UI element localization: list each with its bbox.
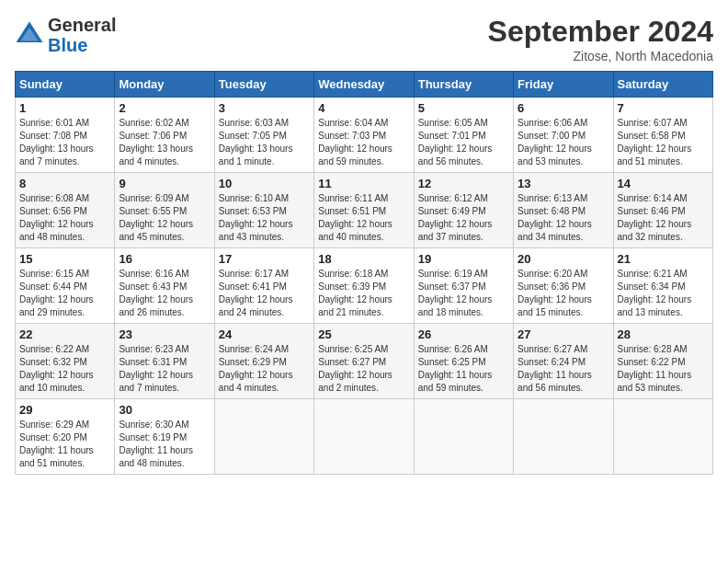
day-number: 9 — [119, 177, 210, 190]
day-info: Sunrise: 6:07 AMSunset: 6:58 PMDaylight:… — [618, 117, 709, 168]
day-number: 3 — [219, 101, 310, 115]
calendar-cell: 21 Sunrise: 6:21 AMSunset: 6:34 PMDaylig… — [613, 248, 712, 324]
header-col-tuesday: Tuesday — [214, 72, 313, 98]
header-col-saturday: Saturday — [613, 72, 712, 98]
header-col-thursday: Thursday — [414, 72, 513, 98]
day-number: 22 — [19, 327, 110, 341]
day-number: 29 — [19, 403, 110, 417]
day-info: Sunrise: 6:08 AMSunset: 6:56 PMDaylight:… — [19, 192, 110, 244]
calendar-cell: 6 Sunrise: 6:06 AMSunset: 7:00 PMDayligh… — [514, 98, 613, 173]
logo-general: General — [48, 15, 116, 35]
day-info: Sunrise: 6:20 AMSunset: 6:36 PMDaylight:… — [518, 268, 609, 319]
day-info: Sunrise: 6:11 AMSunset: 6:51 PMDaylight:… — [318, 192, 409, 244]
day-info: Sunrise: 6:19 AMSunset: 6:37 PMDaylight:… — [418, 268, 509, 319]
calendar-cell — [414, 399, 513, 475]
calendar-cell: 18 Sunrise: 6:18 AMSunset: 6:39 PMDaylig… — [314, 248, 414, 324]
calendar-cell: 28 Sunrise: 6:28 AMSunset: 6:22 PMDaylig… — [613, 324, 712, 399]
calendar-cell — [613, 399, 712, 475]
calendar-week-1: 1 Sunrise: 6:01 AMSunset: 7:08 PMDayligh… — [16, 98, 713, 173]
day-number: 23 — [119, 327, 210, 341]
day-number: 8 — [19, 177, 110, 190]
day-info: Sunrise: 6:09 AMSunset: 6:55 PMDaylight:… — [119, 192, 210, 244]
day-info: Sunrise: 6:26 AMSunset: 6:25 PMDaylight:… — [418, 343, 509, 395]
calendar-cell: 14 Sunrise: 6:14 AMSunset: 6:46 PMDaylig… — [613, 173, 712, 248]
day-info: Sunrise: 6:17 AMSunset: 6:41 PMDaylight:… — [219, 268, 310, 319]
calendar-cell: 7 Sunrise: 6:07 AMSunset: 6:58 PMDayligh… — [613, 98, 712, 173]
day-number: 6 — [518, 101, 609, 115]
calendar-cell: 19 Sunrise: 6:19 AMSunset: 6:37 PMDaylig… — [414, 248, 513, 324]
calendar-cell: 5 Sunrise: 6:05 AMSunset: 7:01 PMDayligh… — [414, 98, 513, 173]
calendar-cell: 16 Sunrise: 6:16 AMSunset: 6:43 PMDaylig… — [115, 248, 214, 324]
day-info: Sunrise: 6:23 AMSunset: 6:31 PMDaylight:… — [119, 343, 210, 395]
calendar-cell — [214, 399, 313, 475]
day-info: Sunrise: 6:22 AMSunset: 6:32 PMDaylight:… — [19, 343, 110, 395]
day-number: 25 — [318, 327, 409, 341]
calendar-cell: 4 Sunrise: 6:04 AMSunset: 7:03 PMDayligh… — [314, 98, 414, 173]
header-col-friday: Friday — [514, 72, 613, 98]
day-number: 21 — [618, 252, 709, 266]
day-info: Sunrise: 6:16 AMSunset: 6:43 PMDaylight:… — [119, 268, 210, 319]
logo-icon — [15, 20, 44, 50]
calendar-cell: 8 Sunrise: 6:08 AMSunset: 6:56 PMDayligh… — [16, 173, 115, 248]
calendar-week-5: 29 Sunrise: 6:29 AMSunset: 6:20 PMDaylig… — [16, 399, 713, 475]
day-number: 2 — [119, 101, 210, 115]
calendar-cell: 2 Sunrise: 6:02 AMSunset: 7:06 PMDayligh… — [115, 98, 214, 173]
calendar-week-2: 8 Sunrise: 6:08 AMSunset: 6:56 PMDayligh… — [16, 173, 713, 248]
day-number: 18 — [318, 252, 409, 266]
calendar-cell: 22 Sunrise: 6:22 AMSunset: 6:32 PMDaylig… — [16, 324, 115, 399]
calendar-table: SundayMondayTuesdayWednesdayThursdayFrid… — [15, 71, 713, 475]
day-number: 26 — [418, 327, 509, 341]
calendar-cell: 29 Sunrise: 6:29 AMSunset: 6:20 PMDaylig… — [16, 399, 115, 475]
day-number: 13 — [518, 177, 609, 190]
day-info: Sunrise: 6:25 AMSunset: 6:27 PMDaylight:… — [318, 343, 409, 395]
day-number: 4 — [318, 101, 409, 115]
calendar-cell: 17 Sunrise: 6:17 AMSunset: 6:41 PMDaylig… — [214, 248, 313, 324]
day-number: 12 — [418, 177, 509, 190]
day-number: 24 — [219, 327, 310, 341]
header: General Blue September 2024 Zitose, Nort… — [15, 15, 713, 63]
day-number: 5 — [418, 101, 509, 115]
calendar-cell: 9 Sunrise: 6:09 AMSunset: 6:55 PMDayligh… — [115, 173, 214, 248]
day-number: 19 — [418, 252, 509, 266]
day-number: 7 — [618, 101, 709, 115]
calendar-cell: 24 Sunrise: 6:24 AMSunset: 6:29 PMDaylig… — [214, 324, 313, 399]
header-col-wednesday: Wednesday — [314, 72, 414, 98]
day-info: Sunrise: 6:12 AMSunset: 6:49 PMDaylight:… — [418, 192, 509, 244]
header-col-monday: Monday — [115, 72, 214, 98]
calendar-cell: 3 Sunrise: 6:03 AMSunset: 7:05 PMDayligh… — [214, 98, 313, 173]
day-info: Sunrise: 6:06 AMSunset: 7:00 PMDaylight:… — [518, 117, 609, 168]
day-number: 11 — [318, 177, 409, 190]
day-number: 28 — [618, 327, 709, 341]
month-title: September 2024 — [488, 15, 713, 49]
logo: General Blue — [15, 15, 116, 55]
calendar-cell: 13 Sunrise: 6:13 AMSunset: 6:48 PMDaylig… — [514, 173, 613, 248]
title-area: September 2024 Zitose, North Macedonia — [488, 15, 713, 63]
day-info: Sunrise: 6:27 AMSunset: 6:24 PMDaylight:… — [518, 343, 609, 395]
day-number: 30 — [119, 403, 210, 417]
day-info: Sunrise: 6:01 AMSunset: 7:08 PMDaylight:… — [19, 117, 110, 168]
day-info: Sunrise: 6:21 AMSunset: 6:34 PMDaylight:… — [618, 268, 709, 319]
day-info: Sunrise: 6:18 AMSunset: 6:39 PMDaylight:… — [318, 268, 409, 319]
day-info: Sunrise: 6:24 AMSunset: 6:29 PMDaylight:… — [219, 343, 310, 395]
day-number: 1 — [19, 101, 110, 115]
day-info: Sunrise: 6:28 AMSunset: 6:22 PMDaylight:… — [618, 343, 709, 395]
calendar-week-4: 22 Sunrise: 6:22 AMSunset: 6:32 PMDaylig… — [16, 324, 713, 399]
calendar-cell: 10 Sunrise: 6:10 AMSunset: 6:53 PMDaylig… — [214, 173, 313, 248]
calendar-cell: 15 Sunrise: 6:15 AMSunset: 6:44 PMDaylig… — [16, 248, 115, 324]
day-number: 14 — [618, 177, 709, 190]
calendar-cell — [314, 399, 414, 475]
calendar-cell: 23 Sunrise: 6:23 AMSunset: 6:31 PMDaylig… — [115, 324, 214, 399]
calendar-week-3: 15 Sunrise: 6:15 AMSunset: 6:44 PMDaylig… — [16, 248, 713, 324]
day-info: Sunrise: 6:30 AMSunset: 6:19 PMDaylight:… — [119, 419, 210, 470]
calendar-cell: 12 Sunrise: 6:12 AMSunset: 6:49 PMDaylig… — [414, 173, 513, 248]
calendar-header-row: SundayMondayTuesdayWednesdayThursdayFrid… — [16, 72, 713, 98]
calendar-cell: 25 Sunrise: 6:25 AMSunset: 6:27 PMDaylig… — [314, 324, 414, 399]
calendar-cell: 1 Sunrise: 6:01 AMSunset: 7:08 PMDayligh… — [16, 98, 115, 173]
day-info: Sunrise: 6:14 AMSunset: 6:46 PMDaylight:… — [618, 192, 709, 244]
day-info: Sunrise: 6:04 AMSunset: 7:03 PMDaylight:… — [318, 117, 409, 168]
location-subtitle: Zitose, North Macedonia — [488, 49, 713, 63]
day-info: Sunrise: 6:05 AMSunset: 7:01 PMDaylight:… — [418, 117, 509, 168]
day-info: Sunrise: 6:13 AMSunset: 6:48 PMDaylight:… — [518, 192, 609, 244]
day-number: 20 — [518, 252, 609, 266]
calendar-cell: 11 Sunrise: 6:11 AMSunset: 6:51 PMDaylig… — [314, 173, 414, 248]
